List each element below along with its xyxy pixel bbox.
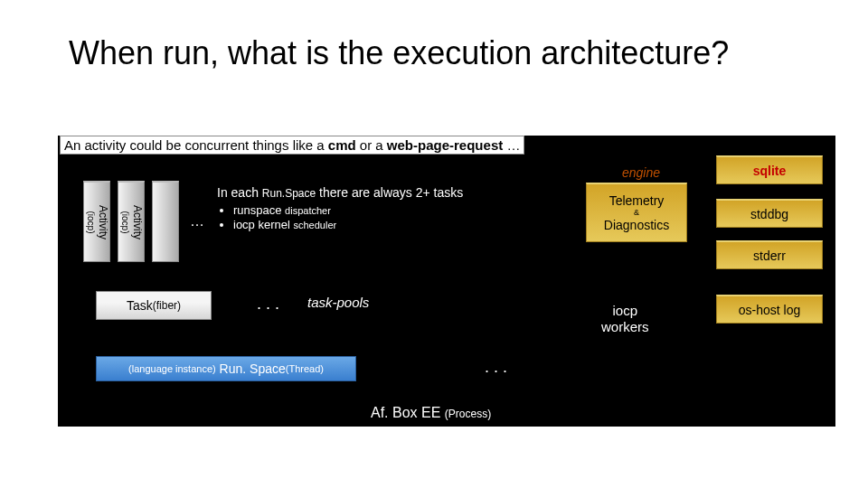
rs-hdr-suffix: there are always 2+ tasks (316, 185, 463, 200)
stderr-box: stderr (716, 240, 823, 269)
caption-cmd: cmd (328, 137, 356, 153)
caption-web: web-page-request (387, 137, 503, 153)
activity-sub: (iocp) (120, 211, 130, 233)
runspace-dots: . . . (485, 358, 507, 377)
rs-hdr-prefix: In each (217, 185, 262, 200)
task-pools-label: task-pools (307, 295, 369, 310)
rs-hdr-rs: Run.Space (262, 187, 316, 200)
iocp-l1: iocp (612, 303, 637, 318)
runspace-info: In each Run.Space there are always 2+ ta… (217, 185, 463, 232)
rs-bar-prefix: (language instance) (128, 363, 216, 374)
afbox-label: Af. Box EE (Process) (371, 405, 491, 421)
afbox-main: Af. Box EE (371, 405, 445, 420)
afbox-sub: (Process) (445, 408, 491, 420)
rs-li-2: iocp kernel scheduler (233, 218, 463, 232)
slide-title: When run, what is the execution architec… (69, 34, 729, 72)
activity-box-3 (152, 181, 179, 262)
activity-label: Activity (131, 204, 144, 239)
task-bar: Task (fiber) (96, 291, 212, 320)
iocp-workers-label: iocp workers (601, 303, 649, 335)
rs-li1b: dispatcher (285, 205, 331, 216)
activity-sub: (iocp) (86, 211, 96, 233)
telemetry-box: Telemetry & Diagnostics (586, 183, 687, 242)
caption-prefix: An activity could be concurrent things l… (64, 137, 328, 153)
iocp-l2: workers (601, 319, 649, 334)
rs-li1a: runspace (233, 203, 285, 217)
activity-box-1: Activity (iocp) (83, 181, 110, 262)
runspace-bar: (language instance) Run. Space (Thread) (96, 356, 356, 381)
rs-li2a: iocp kernel (233, 218, 293, 231)
rs-li-1: runspace dispatcher (233, 203, 463, 218)
rs-li2b: scheduler (293, 220, 336, 230)
activity-ellipsis: … (190, 213, 204, 230)
rs-bar-suffix: (Thread) (286, 363, 324, 374)
telemetry-l2: Diagnostics (604, 218, 669, 232)
io-streams-label: io streams (731, 360, 793, 375)
telemetry-l1: Telemetry (609, 193, 665, 208)
task-dots: . . . (257, 295, 279, 314)
runspace-info-header: In each Run.Space there are always 2+ ta… (217, 185, 463, 202)
task-label: Task (127, 298, 153, 313)
caption-suffix: … (503, 137, 520, 153)
activity-label: Activity (97, 204, 109, 239)
activity-caption: An activity could be concurrent things l… (60, 136, 524, 155)
caption-or: or a (356, 137, 387, 153)
rs-bar-main: Run. Space (220, 361, 286, 376)
activity-box-2: Activity (iocp) (118, 181, 145, 262)
stddbg-box: stddbg (716, 199, 823, 228)
oshost-box: os-host log (716, 295, 823, 324)
task-sub: (fiber) (153, 299, 181, 312)
engine-label: engine (622, 165, 660, 180)
activity-vlabel: Activity (iocp) (85, 204, 108, 239)
telemetry-amp: & (634, 208, 639, 217)
activity-vlabel: Activity (iocp) (119, 204, 143, 239)
sqlite-box: sqlite (716, 155, 823, 184)
